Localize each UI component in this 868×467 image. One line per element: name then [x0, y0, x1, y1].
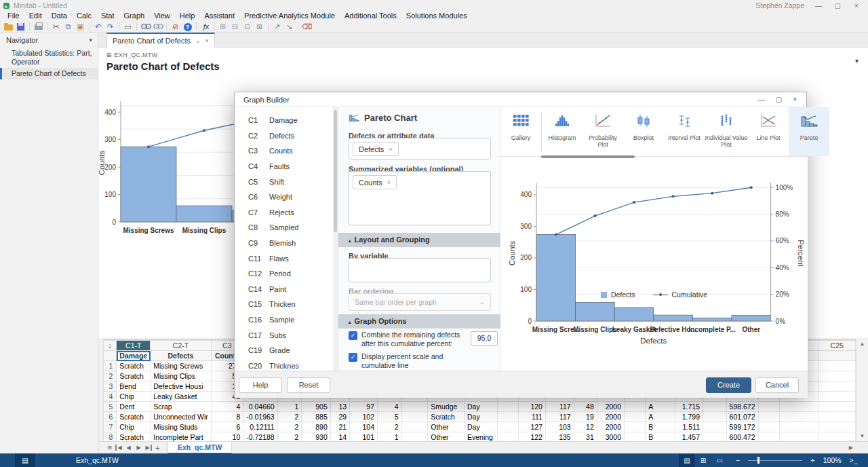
column-header[interactable]: C2-T	[151, 341, 212, 351]
open-icon[interactable]	[3, 22, 14, 32]
menu-edit[interactable]: Edit	[24, 11, 47, 21]
column-item-c3[interactable]: C3Counts	[235, 143, 333, 159]
grid-cell[interactable]	[818, 412, 856, 422]
remove-chip-icon[interactable]: ×	[389, 146, 392, 153]
zoom-slider[interactable]	[748, 460, 802, 461]
column-item-c20[interactable]: C20Thicknes	[235, 358, 333, 371]
redo-icon[interactable]: ↷	[104, 22, 116, 32]
defects-chip[interactable]: Defects ×	[353, 142, 399, 156]
grid-cell[interactable]: 21	[330, 422, 349, 432]
insert-row-icon[interactable]: ⊟	[229, 22, 241, 32]
grid-cell[interactable]: Leaky Gasket	[151, 392, 212, 402]
grid-cell[interactable]: 598.672	[726, 402, 758, 412]
copy-icon[interactable]: ⧉	[62, 22, 74, 32]
column-item-c4[interactable]: C4Faults	[235, 159, 333, 174]
menu-additional-tools[interactable]: Additional Tools	[340, 11, 401, 21]
menu-calc[interactable]: Calc	[72, 11, 96, 21]
zoom-out-icon[interactable]: −	[736, 456, 740, 464]
grid-cell[interactable]: Missing Screws	[151, 361, 212, 371]
grid-cell[interactable]: Scrap	[151, 402, 212, 412]
grid-cell[interactable]: 2	[277, 422, 302, 432]
grid-cell[interactable]: 104	[350, 422, 378, 432]
grid-cell[interactable]: A	[646, 402, 675, 412]
navigator-item[interactable]: Tabulated Statistics: Part, Operator	[0, 48, 98, 68]
grid-cell[interactable]: 111	[518, 412, 545, 422]
grid-cell[interactable]: Scratch	[428, 412, 465, 422]
grid-cell[interactable]: Day	[465, 412, 498, 422]
grid-cell[interactable]: 127	[518, 422, 545, 432]
grid-cell[interactable]: 4	[211, 402, 243, 412]
gallery-tile-interval-plot[interactable]: Interval Plot	[664, 107, 705, 156]
tab-pareto-chart[interactable]: Pareto Chart of Defects ⌄ ×	[106, 33, 215, 48]
grid-cell[interactable]: 117	[545, 402, 574, 412]
grid-cell[interactable]: 1.715	[675, 402, 703, 412]
paste-icon[interactable]: ▣	[75, 22, 86, 32]
grid-cell[interactable]	[703, 422, 727, 432]
grid-cell[interactable]: Evening	[465, 432, 498, 442]
menu-graph[interactable]: Graph	[119, 11, 150, 21]
dialog-titlebar[interactable]: Graph Builder — ▢ ×	[235, 92, 806, 107]
combine-checkbox[interactable]: ✓	[349, 331, 357, 340]
grid-cell[interactable]	[703, 432, 727, 442]
combine-percent-input[interactable]: 95.0	[471, 331, 498, 345]
create-button[interactable]: Create	[706, 377, 751, 393]
gallery-scrollbar[interactable]	[541, 155, 635, 158]
fx-icon[interactable]: ƒx	[199, 22, 211, 32]
percent-scale-checkbox[interactable]: ✓	[349, 353, 357, 362]
grid-cell[interactable]	[625, 432, 646, 442]
grid-cell[interactable]: 101	[350, 432, 378, 442]
grid-cell[interactable]: Missing Studs	[151, 422, 212, 432]
grid-cell[interactable]	[498, 412, 518, 422]
grid-cell[interactable]	[758, 432, 779, 442]
grid-cell[interactable]: 601.072	[726, 412, 758, 422]
grid-cell[interactable]	[779, 402, 818, 412]
grid-cell[interactable]	[498, 432, 518, 442]
gallery-tile-boxplot[interactable]: Boxplot	[623, 107, 664, 156]
menu-view[interactable]: View	[149, 11, 175, 21]
save-icon[interactable]	[15, 22, 26, 32]
column-name-cell[interactable]	[818, 351, 856, 361]
grid-cell[interactable]: 12	[574, 422, 597, 432]
scroll-up-icon[interactable]: ▲	[856, 339, 868, 349]
column-header[interactable]: C25	[818, 341, 856, 351]
column-item-c16[interactable]: C16Sample	[235, 312, 333, 328]
grid-cell[interactable]	[818, 381, 856, 392]
minimize-icon[interactable]: —	[814, 2, 823, 10]
counts-chip[interactable]: Counts ×	[353, 175, 397, 189]
column-name-cell[interactable]: Damage	[117, 351, 151, 361]
summarized-field[interactable]: Counts ×	[349, 171, 491, 225]
grid-cell[interactable]: Dent	[117, 402, 151, 412]
row-number[interactable]: 6	[104, 412, 117, 422]
grid-cell[interactable]: Incomplete Part	[151, 432, 212, 442]
grid-cell[interactable]: 29	[330, 412, 349, 422]
grid-cell[interactable]	[625, 402, 646, 412]
grid-cell[interactable]	[703, 402, 727, 412]
menu-help[interactable]: Help	[175, 11, 200, 21]
grid-cell[interactable]	[779, 412, 818, 422]
grid-cell[interactable]: 135	[545, 432, 574, 442]
row-number[interactable]: 8	[104, 432, 117, 442]
grid-cell[interactable]	[401, 402, 428, 412]
worksheet-list-icon[interactable]: ⊞	[105, 445, 114, 451]
cancel-button[interactable]: Cancel	[755, 377, 799, 393]
dialog-minimize-icon[interactable]: —	[758, 96, 765, 103]
erase-icon[interactable]: ⌫	[301, 22, 313, 32]
grid-cell[interactable]: 2	[277, 432, 302, 442]
gallery-tile-individual-value-plot[interactable]: Individual Value Plot	[705, 107, 748, 156]
grid-cell[interactable]: 102	[350, 412, 378, 422]
grid-cell[interactable]: Chip	[117, 392, 151, 402]
column-header[interactable]: C1-T	[117, 341, 151, 351]
grid-cell[interactable]: Other	[428, 422, 465, 432]
column-item-c12[interactable]: C12Period	[235, 266, 333, 282]
grid-cell[interactable]: Scratch	[117, 361, 151, 371]
column-item-c7[interactable]: C7Rejects	[235, 205, 333, 221]
navigator-header[interactable]: Navigator ▾	[0, 33, 98, 48]
column-item-c2[interactable]: C2Defects	[235, 128, 333, 144]
grid-cell[interactable]	[401, 412, 428, 422]
grid-cell[interactable]: 600.472	[726, 432, 758, 442]
menu-predictive-analytics-module[interactable]: Predictive Analytics Module	[239, 11, 340, 21]
grid-cell[interactable]: 0.12111	[243, 422, 277, 432]
reset-button[interactable]: Reset	[287, 377, 330, 393]
menu-assistant[interactable]: Assistant	[199, 11, 239, 21]
last-sheet-icon[interactable]: ▶	[144, 445, 152, 451]
